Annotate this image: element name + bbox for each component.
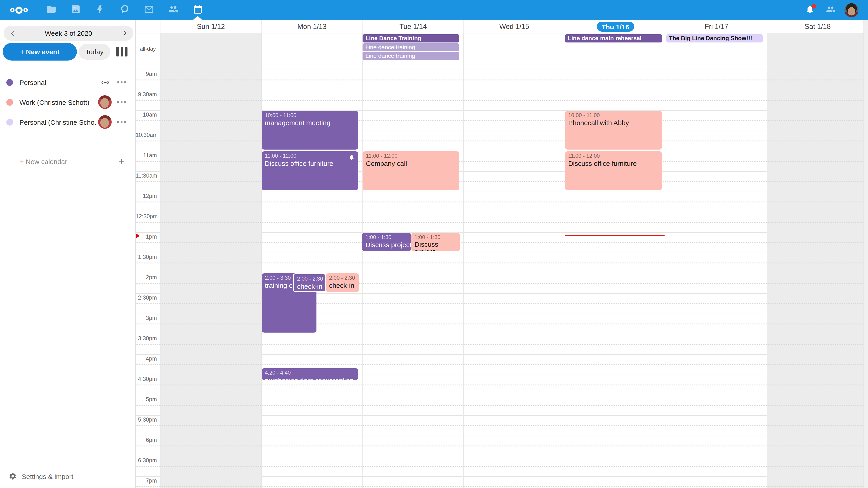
calendar-name: Work (Christine Schott) — [20, 98, 97, 106]
day-header-3[interactable]: Wed 1/15 — [463, 20, 564, 33]
calendar-actions-menu[interactable] — [113, 101, 131, 103]
calendar-color-dot[interactable] — [6, 119, 13, 125]
chevron-right-icon — [121, 30, 128, 37]
active-app-indicator — [193, 16, 202, 20]
all-day-event[interactable]: Line dance main rehearsal — [565, 34, 662, 42]
event-title: Discuss project announcement — [366, 240, 408, 248]
calendar-list-item-1[interactable]: Work (Christine Schott) — [0, 92, 135, 112]
calendar-name: Personal (Christine Scho… — [20, 118, 97, 126]
previous-week-button[interactable] — [4, 26, 22, 41]
new-calendar-label: + New calendar — [20, 158, 113, 165]
calendar-week-view: Sun 1/12Mon 1/13Tue 1/14Wed 1/15Thu 1/16… — [135, 20, 868, 488]
day-header-label: Sun 1/12 — [197, 23, 225, 31]
time-label: 5:30pm — [135, 416, 157, 423]
vertical-scrollbar[interactable] — [864, 20, 868, 488]
calendar-color-dot[interactable] — [6, 79, 13, 86]
event-time: 1:00 - 1:30 — [414, 234, 457, 240]
day-header-4[interactable]: Thu 1/16 — [565, 20, 666, 33]
notifications-button[interactable] — [799, 0, 820, 20]
event-discuss-office-furniture[interactable]: 11:00 - 12:00Discuss office furniture — [261, 151, 358, 190]
event-discuss-project-announcement[interactable]: 1:00 - 1:30Discuss project announcement — [411, 232, 460, 251]
app-menu-activity[interactable] — [88, 0, 112, 20]
day-header-2[interactable]: Tue 1/14 — [362, 20, 463, 33]
photos-icon — [70, 4, 81, 16]
weekend-shading — [767, 33, 868, 64]
view-switcher-button[interactable] — [116, 47, 129, 57]
event-management-meeting[interactable]: 10:00 - 11:00management meeting — [261, 110, 358, 149]
time-label: 11:30am — [135, 172, 157, 179]
day-headers-row: Sun 1/12Mon 1/13Tue 1/14Wed 1/15Thu 1/16… — [135, 20, 868, 33]
all-day-event[interactable]: Line Dance Training — [363, 34, 459, 42]
app-menu-calendar[interactable] — [185, 0, 210, 20]
event-time: 11:00 - 12:00 — [568, 153, 658, 159]
all-day-event[interactable]: Line dance training — [363, 43, 459, 51]
time-label: 9am — [135, 71, 157, 77]
app-menu-contacts[interactable] — [161, 0, 185, 20]
day-header-label: Fri 1/17 — [705, 23, 728, 31]
event-check-in[interactable]: 2:00 - 2:30check-in — [326, 273, 359, 292]
day-header-6[interactable]: Sat 1/18 — [767, 20, 868, 33]
day-column-2[interactable] — [362, 65, 463, 488]
app-menu-photos[interactable] — [63, 0, 88, 20]
calendar-actions-menu[interactable] — [113, 121, 131, 123]
day-header-label: Wed 1/15 — [499, 23, 529, 31]
nextcloud-logo[interactable] — [6, 0, 32, 20]
alarm-bell-icon — [349, 154, 355, 160]
current-time-arrow — [135, 233, 140, 238]
contacts-menu-button[interactable] — [820, 0, 841, 20]
all-day-event[interactable]: The Big Line Dancing Show!!! — [666, 34, 763, 42]
view-columns-icon — [116, 47, 119, 57]
time-label: 6pm — [135, 437, 157, 443]
day-header-5[interactable]: Fri 1/17 — [666, 20, 767, 33]
chevron-left-icon — [9, 30, 16, 37]
app-menu-mail[interactable] — [136, 0, 161, 20]
settings-import-button[interactable]: Settings & import — [0, 468, 135, 484]
event-title: Company call — [366, 159, 456, 167]
event-discuss-project-announcement[interactable]: 1:00 - 1:30Discuss project announcement — [362, 232, 411, 251]
user-menu-button[interactable] — [841, 0, 862, 20]
calendar-actions-menu[interactable] — [113, 81, 131, 84]
day-column-5[interactable] — [666, 65, 767, 488]
folder-icon — [46, 4, 56, 16]
app-menu-files[interactable] — [39, 0, 63, 20]
time-label: 9:30am — [135, 91, 157, 97]
calendar-list: PersonalWork (Christine Schott)Personal … — [0, 72, 135, 132]
calendar-list-item-0[interactable]: Personal — [0, 72, 135, 92]
today-button[interactable]: Today — [79, 44, 110, 60]
day-header-label: Thu 1/16 — [597, 22, 634, 32]
calendar-name: Personal — [20, 78, 97, 86]
day-header-1[interactable]: Mon 1/13 — [261, 20, 362, 33]
next-week-button[interactable] — [115, 26, 133, 41]
event-title: purchasing dept conversation — [265, 376, 355, 380]
talk-bubble-icon — [119, 4, 129, 16]
calendar-list-item-2[interactable]: Personal (Christine Scho… — [0, 112, 135, 132]
calendar-color-dot[interactable] — [6, 99, 13, 105]
new-calendar-button[interactable]: + New calendar + — [0, 152, 135, 171]
time-label: 7pm — [135, 477, 157, 484]
event-discuss-office-furniture[interactable]: 11:00 - 12:00Discuss office furniture — [565, 151, 662, 190]
new-event-button[interactable]: + New event — [3, 43, 77, 61]
event-company-call[interactable]: 11:00 - 12:00Company call — [363, 151, 459, 190]
column-border — [261, 33, 261, 64]
day-header-label: Tue 1/14 — [399, 23, 427, 31]
event-phonecall-with-abby[interactable]: 10:00 - 11:00Phonecall with Abby — [565, 110, 662, 149]
event-check-in[interactable]: 2:00 - 2:30check-in — [293, 273, 326, 292]
nextcloud-calendar-app: Week 3 of 2020 + New event Today Persona… — [0, 0, 868, 488]
day-column-3[interactable] — [463, 65, 564, 488]
event-time: 1:00 - 1:30 — [366, 234, 408, 240]
share-link-icon[interactable] — [97, 78, 113, 87]
event-title: Discuss office furniture — [265, 159, 355, 167]
app-menu-talk[interactable] — [112, 0, 136, 20]
day-column-6[interactable] — [767, 65, 868, 488]
day-column-0[interactable] — [160, 65, 261, 488]
time-label: 2:30pm — [135, 294, 157, 301]
event-title: Phonecall with Abby — [568, 119, 658, 126]
contacts-icon — [826, 4, 835, 15]
event-title: check-in — [329, 281, 355, 289]
current-time-line — [565, 235, 664, 236]
column-border — [463, 33, 464, 64]
event-purchasing-dept-conversation[interactable]: 4:20 - 4:40purchasing dept conversation — [261, 368, 358, 380]
all-day-event[interactable]: Line dance training — [363, 52, 459, 60]
week-label[interactable]: Week 3 of 2020 — [22, 26, 115, 41]
day-header-0[interactable]: Sun 1/12 — [160, 20, 261, 33]
